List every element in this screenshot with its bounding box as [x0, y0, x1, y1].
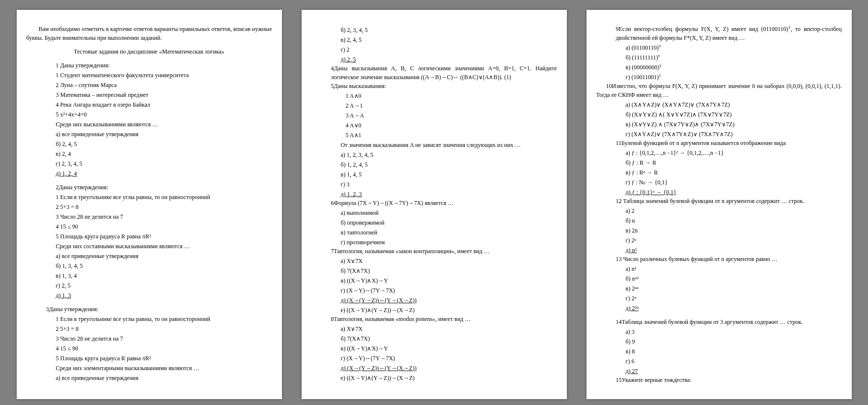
- q5-statement-5: 5 A∧1: [346, 131, 557, 140]
- q1-option-d: г) 2, 3, 4, 5: [56, 159, 272, 168]
- question-14: 14Таблица значений булевой функции от 3 …: [596, 318, 842, 376]
- question-7: 7Тавтология, называемая «закон контрапоз…: [311, 247, 557, 315]
- q2-statement-5: 5 Площадь круга радиуса R равна πR²: [56, 232, 272, 241]
- q6-option-b: б) опровержимой: [341, 218, 557, 227]
- q1-option-b: б) 2, 4, 5: [56, 140, 272, 148]
- q10-option-d: г) (X∧Y∧Z)∨ (7X∧7Y∧Z)∨ (7X∧7Y∧7Z): [626, 130, 842, 139]
- q12-option-d: г) 2ⁿ: [626, 236, 842, 245]
- q2-after: Среди них составными высказываниями явля…: [56, 242, 272, 251]
- q3-statement-2: 2 5+3 = 8: [56, 324, 272, 333]
- q5-statement-2: 2 A→1: [346, 101, 557, 110]
- q5-option-c: в) 1, 4, 5: [341, 170, 557, 179]
- page-1: Вам необходимо отметить в карточке ответ…: [17, 10, 282, 399]
- q8-option-f: е) ((X→Y)∧(Y→Z))→(X→Z): [341, 374, 557, 382]
- q11-stem: 11Булевой функцией от n аргументов назыв…: [616, 139, 842, 147]
- q1-statement-2: 2 Луна – спутник Марса: [56, 81, 272, 89]
- q7-option-c: в) ((X→Y)∧X)→Y: [341, 276, 557, 285]
- q7-option-d: г) (X→Y)↔(7Y→7X): [341, 286, 557, 295]
- q2-option-c: в) 1, 3, 4: [56, 271, 272, 280]
- q14-stem: 14Таблица значений булевой функции от 3 …: [616, 318, 842, 326]
- q2-stem: 2Даны утверждения:: [56, 183, 272, 192]
- question-10: 10Известно, что формула F(X, Y, Z) прини…: [596, 82, 842, 139]
- q3-statement-3: 3 Число 28 не делится на 7: [56, 334, 272, 343]
- question-15: 15Укажите верные тождества:: [616, 376, 842, 384]
- q2-statement-3: 3 Число 28 не делится на 7: [56, 212, 272, 221]
- question-6: 6Формула (7X→Y)→((X→7Y)→7X) является … а…: [311, 199, 557, 247]
- q11-option-b: б) ƒ : R → R: [626, 158, 842, 167]
- q1-option-c: в) 2, 4: [56, 149, 272, 158]
- q14-option-d: г) 6: [626, 357, 842, 366]
- q13-option-b: б) nⁿ²: [626, 274, 842, 283]
- document-title: Тестовые задания по дисциплине «Математи…: [27, 47, 272, 56]
- q9-stem: 9Если вектор-столбец формулы F(X, Y, Z) …: [616, 25, 842, 42]
- q9-option-a: а) (01100110)ᵀ: [626, 43, 842, 52]
- q9-option-d: г) (10011001)ᵀ: [626, 73, 842, 82]
- q3-option-a: а) все приведенные утверждения: [56, 374, 272, 382]
- intro-text: Вам необходимо отметить в карточке ответ…: [27, 25, 272, 42]
- q12-option-e: д) n²: [626, 246, 842, 255]
- q1-statement-5: 5 x²+4x+4=0: [56, 110, 272, 119]
- q3-statement-4: 4 15 ≤ 90: [56, 344, 272, 353]
- q6-option-d: г) противоречием: [341, 238, 557, 247]
- q2-option-b: б) 1, 3, 4, 5: [56, 261, 272, 270]
- q13-option-e: д) 2²ⁿ: [626, 304, 842, 313]
- q13-option-a: а) n²: [626, 264, 842, 273]
- q7-option-e: д) (X→(Y→Z))↔(Y→(X→Z)): [341, 296, 557, 305]
- q12-stem: 12 Таблица значений булевой функции от n…: [616, 197, 842, 205]
- q13-option-d: г) 2ⁿ: [626, 294, 842, 303]
- q8-option-c: в) ((X→Y)∧X)→Y: [341, 344, 557, 353]
- q14-option-c: в) 8: [626, 347, 842, 356]
- q7-stem: 7Тавтология, называемая «закон контрапоз…: [331, 247, 557, 256]
- q3-option-e: д) 2, 5: [341, 55, 557, 64]
- q8-option-b: б) 7(X∧7X): [341, 334, 557, 343]
- q2-statement-2: 2 5+3 = 8: [56, 202, 272, 211]
- q10-option-b: б) (X∨Y∨Z) ∧( X∨Y∨7Z)∧ (7X∨7Y∨7Z): [626, 110, 842, 119]
- q5-stem: 5Даны высказывания:: [331, 82, 557, 90]
- q7-option-a: а) X∨7X: [341, 257, 557, 265]
- q5-option-a: а) 1, 2, 3, 4, 5: [341, 150, 557, 159]
- q1-statement-1: 1 Студент математического факультета уни…: [56, 71, 272, 80]
- q5-after: От значения высказывания A не зависят зн…: [341, 141, 557, 149]
- q3-after: Среди них элементарными высказываниями я…: [56, 364, 272, 373]
- q2-statement-4: 4 15 ≤ 90: [56, 222, 272, 231]
- q5-statement-3: 3 A→A: [346, 111, 557, 120]
- q5-option-b: б) 1, 2, 4, 5: [341, 160, 557, 169]
- q10-option-c: в) (X∨Y∨Z) ∧ (7X∨7Y∨Z)∧ (7X∨7Y∨7Z): [626, 120, 842, 129]
- q13-option-c: в) 2ⁿⁿ: [626, 284, 842, 293]
- q8-stem: 8Тавтология, называемая «modus ponens», …: [331, 315, 557, 323]
- question-11: 11Булевой функцией от n аргументов назыв…: [596, 139, 842, 197]
- q2-option-e: д) 1, 3: [56, 291, 272, 300]
- question-13: 13 Число различных булевых функций от n …: [596, 255, 842, 313]
- q1-option-a: а) все приведенные утверждения: [56, 130, 272, 139]
- question-1: 1 Даны утверждения: 1 Студент математиче…: [27, 61, 272, 178]
- question-3: 3Даны утверждения: 1 Если в треугольнике…: [27, 305, 272, 382]
- q9-option-b: б) (11111111)ᵀ: [626, 53, 842, 62]
- q8-option-e: д) (X→(Y→Z))↔(Y→(X→Z)): [341, 364, 557, 373]
- q10-stem: 10Известно, что формула F(X, Y, Z) прини…: [596, 82, 842, 99]
- q14-option-b: б) 9: [626, 337, 842, 346]
- q12-option-a: а) 2: [626, 206, 842, 215]
- page-3: 9Если вектор-столбец формулы F(X, Y, Z) …: [587, 10, 852, 399]
- q14-option-e: д) 27: [626, 367, 842, 376]
- q2-option-d: г) 2, 5: [56, 281, 272, 290]
- q6-option-a: а) выполнимой: [341, 208, 557, 217]
- q11-option-c: в) ƒ : Rⁿ → R: [626, 168, 842, 177]
- q8-option-d: г) (X→Y)↔(7Y→7X): [341, 354, 557, 363]
- q3-stem: 3Даны утверждения:: [46, 305, 272, 314]
- q1-stem: 1 Даны утверждения:: [56, 61, 272, 70]
- q3-statement-5: 5 Площадь круга радиуса R равна πR²: [56, 354, 272, 363]
- q10-option-a: а) (X∧Y∧Z)∨ (X∧Y∧7Z)∨ (7X∧7Y∧7Z): [626, 100, 842, 109]
- q8-option-a: а) X∨7X: [341, 324, 557, 333]
- question-5: 5Даны высказывания: 1 A∧0 2 A→1 3 A→A 4 …: [311, 82, 557, 199]
- q1-option-e: д) 1, 2, 4: [56, 169, 272, 178]
- q6-stem: 6Формула (7X→Y)→((X→7Y)→7X) является …: [331, 199, 557, 207]
- q7-option-b: б) 7(X∧7X): [341, 266, 557, 275]
- q5-option-d: г) 3: [341, 180, 557, 189]
- q12-option-c: в) 2n: [626, 226, 842, 235]
- question-8: 8Тавтология, называемая «modus ponens», …: [311, 315, 557, 382]
- q1-statement-4: 4 Река Ангара впадает в озеро Байкал: [56, 100, 272, 109]
- q3-option-b: б) 2, 3, 4, 5: [341, 26, 557, 34]
- q12-option-b: б) n: [626, 216, 842, 225]
- q5-statement-4: 4 A∨0: [346, 121, 557, 130]
- q2-statement-1: 1 Если в треугольнике все углы равны, то…: [56, 193, 272, 202]
